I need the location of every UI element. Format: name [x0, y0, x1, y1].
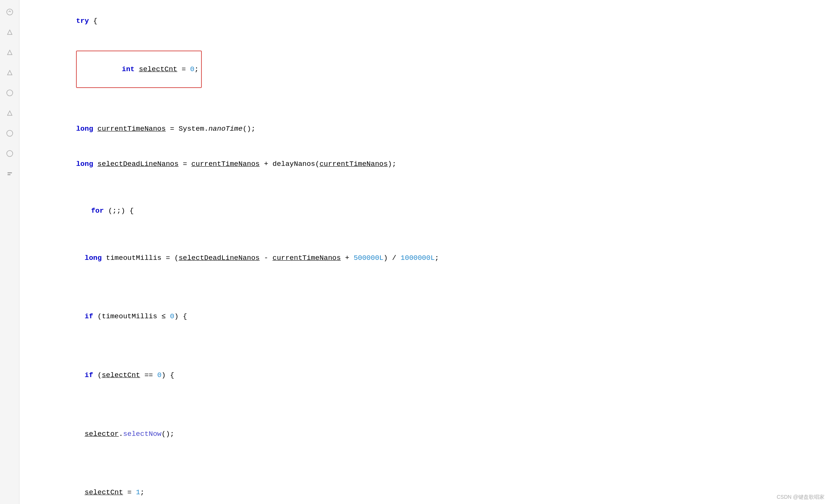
svg-point-3 [7, 151, 13, 157]
code-line-timeoutmillis: long timeoutMillis = (selectDeadLineNano… [42, 229, 825, 288]
sidebar-icon-3[interactable] [5, 48, 14, 57]
sidebar-icon-1[interactable] [5, 7, 14, 16]
footer-text: CSDN @键盘歌唱家 [777, 494, 825, 500]
keyword-long-3: long [85, 254, 102, 262]
var-selector-1: selector [85, 430, 119, 438]
sidebar-icon-5[interactable] [5, 88, 14, 97]
var-selectcnt: selectCnt [139, 65, 177, 73]
keyword-if-1: if [85, 312, 93, 321]
num-1000000l: 1000000L [401, 254, 435, 262]
keyword-if-2: if [85, 371, 93, 379]
code-area: try { int selectCnt = 0; long currentTim… [19, 0, 832, 504]
code-block: try { int selectCnt = 0; long currentTim… [42, 4, 825, 504]
code-line-selectcnt-init: int selectCnt = 0; [42, 39, 825, 100]
sidebar-icon-6[interactable] [5, 109, 14, 118]
sidebar-icon-4[interactable] [5, 68, 14, 77]
sidebar-icon-8[interactable] [5, 149, 14, 158]
code-line-selectdeadlinenanos: long selectDeadLineNanos = currentTimeNa… [42, 147, 825, 182]
num-one-1: 1 [136, 488, 140, 497]
var-selectcnt-3: selectCnt [85, 488, 123, 497]
num-zero: 0 [190, 65, 194, 73]
sidebar-icon-2[interactable] [5, 28, 14, 37]
svg-rect-4 [7, 172, 12, 173]
code-line-for: for (;;) { [42, 194, 825, 229]
svg-rect-5 [7, 174, 10, 175]
keyword-try: try [76, 17, 89, 25]
sidebar-icon-7[interactable] [5, 129, 14, 138]
sidebar-icon-9[interactable] [5, 169, 14, 178]
page-container: try { int selectCnt = 0; long currentTim… [0, 0, 832, 504]
keyword-long-2: long [76, 160, 93, 168]
var-currenttimenanos-3: currentTimeNanos [319, 160, 388, 168]
empty-line-2 [42, 182, 825, 194]
method-nanotime: nanoTime [209, 125, 243, 133]
code-line-if-selectcnt: if (selectCnt == 0) { [42, 346, 825, 405]
num-timeout-zero: 0 [170, 312, 174, 321]
keyword-for: for [91, 207, 104, 215]
highlighted-selectcnt-init: int selectCnt = 0; [76, 51, 201, 88]
code-line-currenttimenanos: long currentTimeNanos = System.nanoTime(… [42, 112, 825, 147]
svg-point-2 [7, 130, 13, 136]
code-line-selectcnt-1: selectCnt = 1; [42, 464, 825, 504]
num-500000l: 500000L [353, 254, 383, 262]
code-line-try: try { [42, 4, 825, 39]
svg-point-1 [7, 90, 13, 96]
var-currenttimenanos: currentTimeNanos [97, 125, 166, 133]
sidebar [0, 0, 19, 504]
code-line-if-timeout: if (timeoutMillis ≤ 0) { [42, 288, 825, 346]
var-selectdeadlinenanos-2: selectDeadLineNanos [179, 254, 260, 262]
method-selectnow-1: selectNow [123, 430, 162, 438]
code-line-selectnow-1: selector.selectNow(); [42, 405, 825, 464]
var-selectcnt-2: selectCnt [102, 371, 140, 379]
empty-line-1 [42, 100, 825, 112]
keyword-int: int [122, 65, 134, 73]
var-currenttimenanos-4: currentTimeNanos [273, 254, 341, 262]
num-selectcnt-zero: 0 [157, 371, 161, 379]
footer: CSDN @键盘歌唱家 [777, 493, 825, 501]
var-currenttimenanos-2: currentTimeNanos [191, 160, 259, 168]
svg-point-0 [7, 9, 13, 15]
keyword-long-1: long [76, 125, 93, 133]
var-selectdeadlinenanos: selectDeadLineNanos [97, 160, 179, 168]
